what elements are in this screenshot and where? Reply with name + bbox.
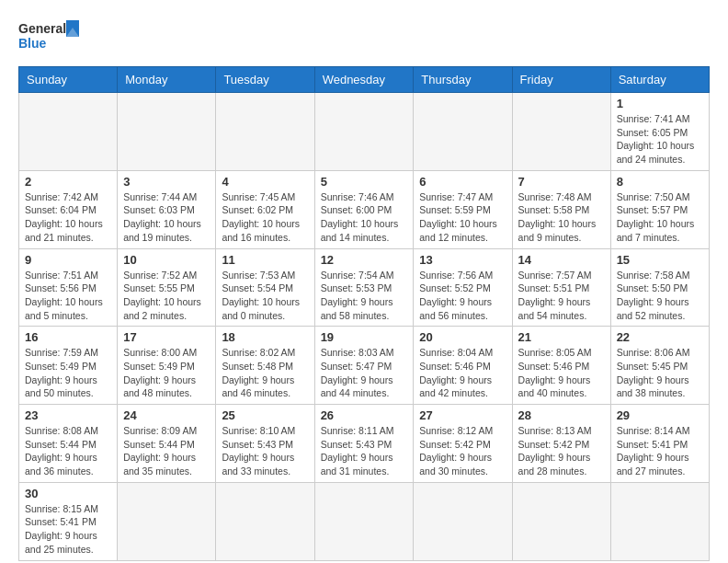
calendar-day-cell (314, 93, 414, 171)
calendar-header-saturday: Saturday (610, 67, 709, 93)
calendar-day-cell: 6Sunrise: 7:47 AM Sunset: 5:59 PM Daylig… (414, 170, 512, 248)
day-info: Sunrise: 7:53 AM Sunset: 5:54 PM Dayligh… (222, 269, 308, 323)
calendar-day-cell (512, 482, 610, 560)
calendar-header-monday: Monday (118, 67, 216, 93)
calendar-day-cell: 7Sunrise: 7:48 AM Sunset: 5:58 PM Daylig… (512, 170, 610, 248)
day-info: Sunrise: 7:57 AM Sunset: 5:51 PM Dayligh… (518, 269, 605, 323)
calendar-day-cell (216, 93, 314, 171)
calendar-header-sunday: Sunday (19, 67, 118, 93)
day-info: Sunrise: 8:05 AM Sunset: 5:46 PM Dayligh… (518, 346, 605, 400)
calendar-week-row: 30Sunrise: 8:15 AM Sunset: 5:41 PM Dayli… (19, 482, 710, 560)
day-info: Sunrise: 7:44 AM Sunset: 6:03 PM Dayligh… (123, 190, 210, 245)
page-header: General Blue (18, 18, 710, 57)
day-info: Sunrise: 8:13 AM Sunset: 5:42 PM Dayligh… (518, 424, 605, 478)
day-info: Sunrise: 8:04 AM Sunset: 5:46 PM Dayligh… (419, 346, 506, 400)
day-number: 6 (419, 175, 506, 189)
calendar-day-cell: 12Sunrise: 7:54 AM Sunset: 5:53 PM Dayli… (314, 248, 414, 327)
calendar-week-row: 9Sunrise: 7:51 AM Sunset: 5:56 PM Daylig… (19, 248, 710, 327)
calendar-day-cell: 19Sunrise: 8:03 AM Sunset: 5:47 PM Dayli… (314, 327, 414, 405)
calendar-day-cell (314, 482, 414, 560)
day-info: Sunrise: 8:15 AM Sunset: 5:41 PM Dayligh… (25, 502, 111, 557)
day-info: Sunrise: 8:09 AM Sunset: 5:44 PM Dayligh… (123, 424, 210, 478)
day-info: Sunrise: 7:51 AM Sunset: 5:56 PM Dayligh… (25, 269, 111, 323)
day-number: 8 (617, 175, 703, 189)
calendar-day-cell (512, 93, 610, 171)
calendar-day-cell: 2Sunrise: 7:42 AM Sunset: 6:04 PM Daylig… (19, 170, 118, 248)
calendar-day-cell: 9Sunrise: 7:51 AM Sunset: 5:56 PM Daylig… (19, 248, 118, 327)
calendar-day-cell (118, 93, 216, 171)
calendar-week-row: 2Sunrise: 7:42 AM Sunset: 6:04 PM Daylig… (19, 170, 710, 248)
day-info: Sunrise: 7:41 AM Sunset: 6:05 PM Dayligh… (617, 112, 703, 167)
calendar-day-cell: 13Sunrise: 7:56 AM Sunset: 5:52 PM Dayli… (414, 248, 512, 327)
day-number: 9 (25, 253, 111, 267)
day-info: Sunrise: 7:59 AM Sunset: 5:49 PM Dayligh… (25, 346, 111, 400)
day-number: 4 (222, 175, 308, 189)
calendar-day-cell (118, 482, 216, 560)
calendar-day-cell: 16Sunrise: 7:59 AM Sunset: 5:49 PM Dayli… (19, 327, 118, 405)
day-number: 13 (419, 253, 506, 267)
calendar-day-cell: 5Sunrise: 7:46 AM Sunset: 6:00 PM Daylig… (314, 170, 414, 248)
calendar-day-cell: 11Sunrise: 7:53 AM Sunset: 5:54 PM Dayli… (216, 248, 314, 327)
calendar-week-row: 16Sunrise: 7:59 AM Sunset: 5:49 PM Dayli… (19, 327, 710, 405)
day-info: Sunrise: 8:10 AM Sunset: 5:43 PM Dayligh… (222, 424, 308, 478)
day-number: 19 (321, 330, 408, 344)
day-info: Sunrise: 7:47 AM Sunset: 5:59 PM Dayligh… (419, 190, 506, 245)
calendar-day-cell: 20Sunrise: 8:04 AM Sunset: 5:46 PM Dayli… (414, 327, 512, 405)
calendar-header-thursday: Thursday (414, 67, 512, 93)
day-info: Sunrise: 7:52 AM Sunset: 5:55 PM Dayligh… (123, 269, 210, 323)
day-info: Sunrise: 8:14 AM Sunset: 5:41 PM Dayligh… (617, 424, 703, 478)
day-number: 2 (25, 175, 111, 189)
day-info: Sunrise: 7:58 AM Sunset: 5:50 PM Dayligh… (617, 269, 703, 323)
calendar-day-cell: 17Sunrise: 8:00 AM Sunset: 5:49 PM Dayli… (118, 327, 216, 405)
day-number: 12 (321, 253, 408, 267)
calendar-day-cell: 25Sunrise: 8:10 AM Sunset: 5:43 PM Dayli… (216, 405, 314, 483)
day-info: Sunrise: 7:46 AM Sunset: 6:00 PM Dayligh… (321, 190, 408, 245)
calendar-header-wednesday: Wednesday (314, 67, 414, 93)
day-info: Sunrise: 8:03 AM Sunset: 5:47 PM Dayligh… (321, 346, 408, 400)
day-info: Sunrise: 8:11 AM Sunset: 5:43 PM Dayligh… (321, 424, 408, 478)
day-number: 28 (518, 408, 605, 422)
calendar-header-row: SundayMondayTuesdayWednesdayThursdayFrid… (19, 67, 710, 93)
calendar-day-cell (19, 93, 118, 171)
day-number: 5 (321, 175, 408, 189)
day-number: 30 (25, 487, 111, 500)
day-number: 10 (123, 253, 210, 267)
day-number: 22 (617, 330, 703, 344)
calendar-day-cell: 24Sunrise: 8:09 AM Sunset: 5:44 PM Dayli… (118, 405, 216, 483)
svg-text:General: General (18, 21, 66, 36)
day-number: 17 (123, 330, 210, 344)
day-info: Sunrise: 7:45 AM Sunset: 6:02 PM Dayligh… (222, 190, 308, 245)
day-info: Sunrise: 7:50 AM Sunset: 5:57 PM Dayligh… (617, 190, 703, 245)
calendar-day-cell (414, 482, 512, 560)
calendar-day-cell: 4Sunrise: 7:45 AM Sunset: 6:02 PM Daylig… (216, 170, 314, 248)
calendar-week-row: 1Sunrise: 7:41 AM Sunset: 6:05 PM Daylig… (19, 93, 710, 171)
calendar-day-cell: 3Sunrise: 7:44 AM Sunset: 6:03 PM Daylig… (118, 170, 216, 248)
day-info: Sunrise: 7:48 AM Sunset: 5:58 PM Dayligh… (518, 190, 605, 245)
calendar-day-cell: 10Sunrise: 7:52 AM Sunset: 5:55 PM Dayli… (118, 248, 216, 327)
day-number: 11 (222, 253, 308, 267)
calendar-week-row: 23Sunrise: 8:08 AM Sunset: 5:44 PM Dayli… (19, 405, 710, 483)
calendar-day-cell: 27Sunrise: 8:12 AM Sunset: 5:42 PM Dayli… (414, 405, 512, 483)
calendar-header-tuesday: Tuesday (216, 67, 314, 93)
day-info: Sunrise: 7:42 AM Sunset: 6:04 PM Dayligh… (25, 190, 111, 245)
day-number: 24 (123, 408, 210, 422)
calendar-day-cell: 15Sunrise: 7:58 AM Sunset: 5:50 PM Dayli… (610, 248, 709, 327)
calendar-day-cell: 28Sunrise: 8:13 AM Sunset: 5:42 PM Dayli… (512, 405, 610, 483)
calendar-day-cell: 22Sunrise: 8:06 AM Sunset: 5:45 PM Dayli… (610, 327, 709, 405)
calendar-day-cell: 23Sunrise: 8:08 AM Sunset: 5:44 PM Dayli… (19, 405, 118, 483)
generalblue-logo: General Blue (18, 18, 83, 57)
calendar-day-cell: 8Sunrise: 7:50 AM Sunset: 5:57 PM Daylig… (610, 170, 709, 248)
calendar-day-cell: 21Sunrise: 8:05 AM Sunset: 5:46 PM Dayli… (512, 327, 610, 405)
logo: General Blue (18, 18, 83, 57)
calendar-day-cell (414, 93, 512, 171)
day-number: 26 (321, 408, 408, 422)
calendar-day-cell (216, 482, 314, 560)
calendar-day-cell: 1Sunrise: 7:41 AM Sunset: 6:05 PM Daylig… (610, 93, 709, 171)
day-number: 23 (25, 408, 111, 422)
calendar-header-friday: Friday (512, 67, 610, 93)
calendar-day-cell: 18Sunrise: 8:02 AM Sunset: 5:48 PM Dayli… (216, 327, 314, 405)
day-number: 15 (617, 253, 703, 267)
day-info: Sunrise: 8:06 AM Sunset: 5:45 PM Dayligh… (617, 346, 703, 400)
day-info: Sunrise: 8:12 AM Sunset: 5:42 PM Dayligh… (419, 424, 506, 478)
day-number: 21 (518, 330, 605, 344)
